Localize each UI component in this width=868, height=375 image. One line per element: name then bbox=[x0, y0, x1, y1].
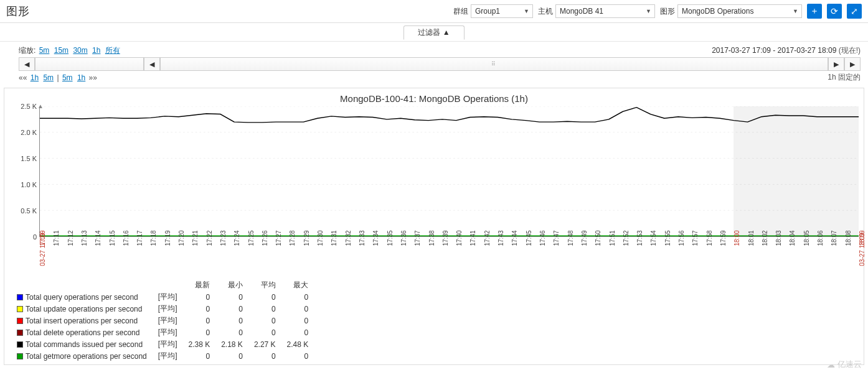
watermark: ☁ 亿速云 bbox=[827, 359, 862, 368]
x-tick: 17:17 bbox=[136, 230, 143, 246]
filter-tab[interactable]: 过滤器 ▲ bbox=[403, 25, 464, 40]
group-dropdown[interactable]: Group1 ▼ bbox=[471, 4, 533, 18]
timerange-display: 2017-03-27 17:09 - 2017-03-27 18:09 (现在!… bbox=[712, 45, 861, 56]
x-tick: 17:23 bbox=[220, 230, 227, 246]
zoom-opt-1h[interactable]: 1h bbox=[92, 46, 100, 55]
legend-row[interactable]: Total insert operations per second[平均]00… bbox=[14, 315, 317, 326]
legend-name: Total getmore operations per second bbox=[26, 352, 147, 361]
plot-area[interactable]: ▲ bbox=[39, 106, 859, 237]
legend-min: 0 bbox=[219, 315, 252, 326]
watermark-text: 亿速云 bbox=[837, 359, 862, 368]
legend-avg: 0 bbox=[252, 315, 285, 326]
x-tick: 17:37 bbox=[414, 230, 421, 246]
expand-icon: ⤢ bbox=[851, 6, 858, 16]
legend-row[interactable]: Total query operations per second[平均]000… bbox=[14, 291, 317, 303]
legend-row[interactable]: Total getmore operations per second[平均]0… bbox=[14, 350, 317, 362]
x-tick: 17:34 bbox=[372, 230, 379, 246]
x-tick: 17:53 bbox=[636, 230, 643, 246]
legend-name: Total commands issued per second bbox=[26, 340, 143, 349]
page-fwd-5m[interactable]: 5m bbox=[62, 73, 73, 82]
zoom-prefix: 缩放: bbox=[19, 46, 35, 55]
x-tick: 18:07 bbox=[831, 230, 837, 246]
zoom-opt-5m[interactable]: 5m bbox=[39, 46, 50, 55]
chevron-down-icon: ▼ bbox=[646, 8, 651, 14]
fullscreen-button[interactable]: ⤢ bbox=[847, 4, 862, 19]
legend-name: Total insert operations per second bbox=[26, 317, 138, 325]
legend-swatch bbox=[17, 306, 23, 312]
legend-swatch bbox=[17, 341, 23, 348]
x-tick: 17:58 bbox=[706, 230, 713, 246]
filter-tab-row: 过滤器 ▲ bbox=[0, 23, 868, 42]
x-tick: 17:24 bbox=[234, 230, 240, 246]
x-tick: 17:35 bbox=[387, 230, 394, 246]
zoom-opt-所有[interactable]: 所有 bbox=[105, 46, 120, 55]
timeline-prev-button[interactable]: ◀ bbox=[144, 57, 160, 71]
page-fwd-1h[interactable]: 1h bbox=[77, 73, 85, 82]
page-back-1h[interactable]: 1h bbox=[31, 73, 39, 82]
timeline-next-block-button[interactable]: ▶ bbox=[844, 57, 861, 71]
legend-row[interactable]: Total delete operations per second[平均]00… bbox=[14, 326, 317, 338]
x-tick: 17:22 bbox=[206, 230, 213, 246]
x-tick: 17:31 bbox=[331, 230, 337, 246]
timeline-next-button[interactable]: ▶ bbox=[828, 57, 844, 71]
add-button[interactable]: ＋ bbox=[807, 4, 822, 19]
x-tick: 17:54 bbox=[650, 230, 657, 246]
chevron-down-icon: ▼ bbox=[524, 8, 529, 14]
x-tick: 17:25 bbox=[248, 230, 255, 246]
x-ticks: 17:0917:1117:1217:1317:1417:1517:1617:17… bbox=[39, 237, 859, 274]
x-boundary-left: 03-27 17:09 bbox=[39, 233, 46, 266]
legend-agg: [平均] bbox=[156, 291, 186, 303]
paging-links: «« 1h 5m | 5m 1h »» bbox=[19, 73, 97, 82]
page-back-more[interactable]: «« bbox=[19, 73, 27, 82]
legend-row[interactable]: Total commands issued per second[平均]2.38… bbox=[14, 338, 317, 350]
legend-agg: [平均] bbox=[156, 326, 186, 338]
legend-name: Total query operations per second bbox=[26, 293, 138, 302]
host-label: 主机 bbox=[538, 6, 553, 17]
x-tick: 17:19 bbox=[164, 230, 171, 246]
x-tick: 17:43 bbox=[498, 230, 504, 246]
chart-title: MongoDB-100-41: MongoDB Operations (1h) bbox=[9, 93, 859, 104]
y-tick: 2.0 K bbox=[21, 129, 37, 136]
x-tick: 17:55 bbox=[664, 230, 671, 246]
page-title: 图形 bbox=[6, 4, 30, 19]
graph-value: MongoDB Operations bbox=[682, 7, 753, 16]
x-tick: 17:42 bbox=[484, 230, 491, 246]
fixed-label: 1h 固定的 bbox=[828, 72, 861, 83]
legend-max: 0 bbox=[285, 315, 318, 326]
x-tick: 17:39 bbox=[442, 230, 449, 246]
plot-wrap: 00.5 K1.0 K1.5 K2.0 K2.5 K ▲ bbox=[9, 106, 859, 237]
refresh-button[interactable]: ⟳ bbox=[827, 4, 842, 19]
timeline-track-overview[interactable] bbox=[35, 57, 144, 71]
timeline-track-main[interactable]: ⠿ bbox=[160, 57, 828, 71]
x-tick: 17:30 bbox=[317, 230, 324, 246]
legend-min: 0 bbox=[219, 326, 252, 338]
legend-agg: [平均] bbox=[156, 338, 186, 350]
legend-min: 0 bbox=[219, 350, 252, 362]
legend-latest: 0 bbox=[186, 315, 219, 326]
zoom-opt-30m[interactable]: 30m bbox=[73, 46, 87, 55]
x-tick: 17:11 bbox=[53, 230, 60, 246]
graph-dropdown[interactable]: MongoDB Operations ▼ bbox=[677, 4, 802, 18]
x-tick: 17:16 bbox=[123, 230, 130, 246]
x-tick: 17:47 bbox=[553, 230, 560, 246]
page-back-5m[interactable]: 5m bbox=[43, 73, 54, 82]
legend-swatch bbox=[17, 353, 23, 359]
cloud-icon: ☁ bbox=[827, 360, 835, 368]
legend-latest: 0 bbox=[186, 350, 219, 362]
x-tick: 17:21 bbox=[192, 230, 199, 246]
timerange-now: (现在!) bbox=[839, 46, 861, 55]
zoom-opt-15m[interactable]: 15m bbox=[54, 46, 68, 55]
top-bar: 图形 群组 Group1 ▼ 主机 MongoDB 41 ▼ 图形 MongoD… bbox=[0, 0, 868, 23]
legend-row[interactable]: Total update operations per second[平均]00… bbox=[14, 303, 317, 315]
graph-selector: 图形 MongoDB Operations ▼ bbox=[660, 4, 802, 18]
x-tick: 17:59 bbox=[720, 230, 727, 246]
timeline-prev-block-button[interactable]: ◀ bbox=[19, 57, 35, 71]
x-tick: 18:04 bbox=[789, 230, 796, 246]
timeline-grip-icon: ⠿ bbox=[491, 61, 497, 67]
x-tick: 17:40 bbox=[456, 230, 463, 246]
x-tick: 17:28 bbox=[289, 230, 296, 246]
page-fwd-more[interactable]: »» bbox=[89, 73, 97, 82]
legend-header: 最小 bbox=[219, 279, 252, 291]
host-dropdown[interactable]: MongoDB 41 ▼ bbox=[555, 4, 655, 18]
legend-table: 最新最小平均最大 Total query operations per seco… bbox=[14, 279, 317, 362]
